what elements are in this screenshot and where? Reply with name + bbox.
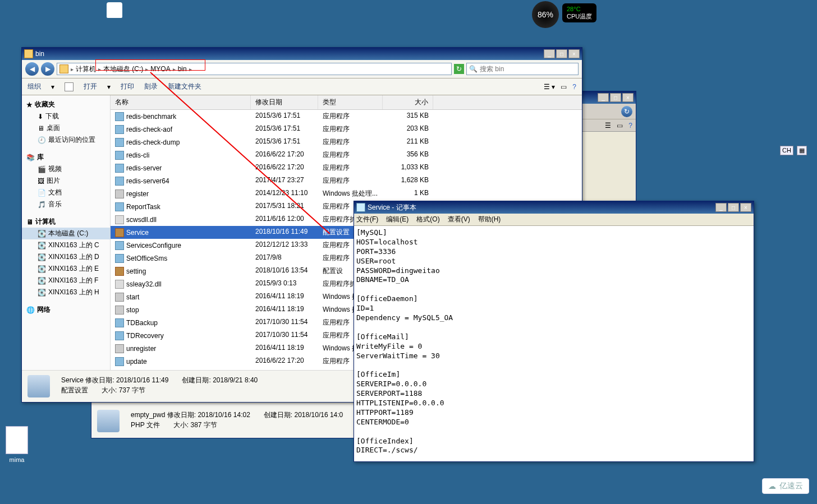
file-type: 应用程序: [318, 163, 383, 173]
maximize-button[interactable]: □: [556, 49, 567, 58]
col-date[interactable]: 修改日期: [251, 95, 318, 109]
col-size[interactable]: 大小: [383, 95, 433, 109]
menu-file[interactable]: 文件(F): [356, 215, 378, 224]
menu-help[interactable]: 帮助(H): [478, 215, 501, 224]
sidebar-item-music[interactable]: 🎵音乐: [22, 198, 110, 210]
file-row[interactable]: redis-benchmark2015/3/6 17:51应用程序315 KB: [111, 110, 582, 123]
desktop-icon-shirt[interactable]: [107, 2, 122, 18]
sidebar-item-recent[interactable]: 🕘最近访问的位置: [22, 134, 110, 146]
file-name: update: [126, 358, 147, 366]
drive-icon: 💽: [38, 230, 46, 238]
cpu-temp-widget[interactable]: 28°C CPU温度: [562, 3, 596, 22]
window-title: bin: [35, 50, 544, 58]
search-input[interactable]: [480, 65, 576, 73]
music-icon: 🎵: [38, 201, 46, 209]
file-date: 2018/10/16 13:54: [251, 266, 318, 276]
cmd-print[interactable]: 打印: [121, 82, 134, 91]
cmd-burn[interactable]: 刻录: [144, 82, 158, 91]
titlebar[interactable]: bin _ □ ×: [22, 48, 582, 60]
status-file-icon: [27, 375, 50, 397]
bg-refresh-button[interactable]: ↻: [621, 106, 632, 117]
sidebar-item-netdrive-h[interactable]: 💽XINXI163 上的 H: [22, 286, 110, 298]
view-button[interactable]: ☰ ▾: [544, 83, 555, 91]
file-icon: [115, 306, 124, 315]
col-type[interactable]: 类型: [318, 95, 383, 109]
file-size: 203 KB: [383, 124, 433, 135]
cmd-newfolder[interactable]: 新建文件夹: [168, 82, 201, 91]
file-name: redis-check-aof: [126, 126, 172, 133]
file-icon: [115, 164, 124, 173]
forward-button[interactable]: ▶: [41, 62, 54, 76]
sidebar-item-netdrive-c[interactable]: 💽XINXI163 上的 C: [22, 239, 110, 251]
file-date: 2017/5/31 18:21: [251, 201, 318, 212]
cmd-organize[interactable]: 组织: [27, 82, 41, 91]
language-bar[interactable]: CH ▦: [780, 146, 807, 155]
file-row[interactable]: redis-check-dump2015/3/6 17:51应用程序211 KB: [111, 136, 582, 149]
bg-layout-icon[interactable]: ▭: [617, 122, 623, 130]
file-icon: [115, 215, 124, 224]
cmd-open[interactable]: 打开: [84, 82, 97, 91]
netdrive-icon: 💽: [38, 253, 46, 261]
sidebar-hdr-favorites[interactable]: ★收藏夹: [22, 99, 110, 110]
lang-code[interactable]: CH: [780, 146, 793, 155]
notepad-title: Service - 记事本: [368, 203, 715, 212]
close-button[interactable]: ×: [568, 49, 580, 58]
notepad-titlebar[interactable]: Service - 记事本 _ □ ×: [354, 201, 754, 214]
file-icon: [115, 125, 124, 134]
help-button[interactable]: ?: [572, 83, 576, 91]
lang-ime-icon[interactable]: ▦: [797, 146, 807, 155]
file-date: 2017/9/8: [251, 253, 318, 263]
bg-minimize-button[interactable]: _: [598, 93, 609, 102]
preview-pane-button[interactable]: ▭: [561, 83, 567, 91]
file-row[interactable]: register2014/12/23 11:10Windows 批处理...1 …: [111, 187, 582, 200]
bg-help-icon[interactable]: ?: [628, 122, 632, 130]
command-bar: 组织 ▾ 打开 ▾ 打印 刻录 新建文件夹 ☰ ▾ ▭ ?: [22, 78, 582, 95]
sidebar-hdr-libraries[interactable]: 📚库: [22, 151, 110, 163]
file-name: ServicesConfigure: [126, 242, 181, 249]
np-minimize-button[interactable]: _: [715, 203, 727, 212]
sidebar-item-pictures[interactable]: 🖼图片: [22, 175, 110, 187]
refresh-button[interactable]: ↻: [454, 64, 464, 74]
file-date: 2015/3/6 17:51: [251, 111, 318, 122]
sidebar-item-netdrive-d[interactable]: 💽XINXI163 上的 D: [22, 251, 110, 263]
np-close-button[interactable]: ×: [740, 203, 751, 212]
file-row[interactable]: redis-cli2016/6/22 17:20应用程序356 KB: [111, 149, 582, 161]
notepad-content[interactable]: [MySQL] HOST=localhost PORT=3336 USER=ro…: [354, 226, 754, 461]
file-row[interactable]: redis-check-aof2015/3/6 17:51应用程序203 KB: [111, 123, 582, 136]
status-type: 配置设置: [61, 386, 88, 394]
text-file-icon: [6, 426, 28, 454]
sidebar-item-documents[interactable]: 📄文档: [22, 187, 110, 198]
file-icon: [115, 280, 124, 289]
sidebar-item-drive-c[interactable]: 💽本地磁盘 (C:): [22, 228, 110, 239]
menu-edit[interactable]: 编辑(E): [386, 215, 408, 224]
sidebar-item-netdrive-f[interactable]: 💽XINXI163 上的 F: [22, 275, 110, 286]
back-button[interactable]: ◀: [25, 62, 39, 76]
bg-view-icon[interactable]: ☰: [605, 122, 611, 130]
cpu-gauge[interactable]: 86%: [532, 1, 559, 28]
search-box[interactable]: 🔍: [466, 63, 579, 75]
file-name: ssleay32.dll: [126, 280, 162, 288]
sidebar-hdr-computer[interactable]: 🖥计算机: [22, 216, 110, 228]
bg-maximize-button[interactable]: □: [610, 93, 621, 102]
col-name[interactable]: 名称: [111, 95, 251, 109]
bg-close-button[interactable]: ×: [622, 93, 634, 102]
file-date: 2012/12/12 13:33: [251, 240, 318, 251]
file-icon: [115, 331, 124, 340]
sidebar-item-desktop[interactable]: 🖥桌面: [22, 122, 110, 134]
sidebar-hdr-network[interactable]: 🌐网络: [22, 304, 110, 316]
sidebar-item-netdrive-e[interactable]: 💽XINXI163 上的 E: [22, 263, 110, 275]
file-type: 应用程序: [318, 124, 383, 135]
desktop-file-mima[interactable]: mima: [6, 426, 28, 463]
file-row[interactable]: redis-server642017/4/17 23:27应用程序1,628 K…: [111, 174, 582, 187]
sidebar-item-downloads[interactable]: ⬇下载: [22, 110, 110, 122]
crumb-computer[interactable]: 计算机: [76, 64, 96, 74]
minimize-button[interactable]: _: [544, 49, 555, 58]
file-date: 2017/4/17 23:27: [251, 175, 318, 186]
sidebar-item-videos[interactable]: 🎬视频: [22, 163, 110, 175]
menu-view[interactable]: 查看(V): [448, 215, 470, 224]
download-icon: ⬇: [38, 113, 43, 121]
file-row[interactable]: redis-server2016/6/22 17:20应用程序1,033 KB: [111, 161, 582, 174]
np-maximize-button[interactable]: □: [728, 203, 739, 212]
file-type: Windows 批处理...: [318, 188, 383, 199]
menu-format[interactable]: 格式(O): [416, 215, 439, 224]
